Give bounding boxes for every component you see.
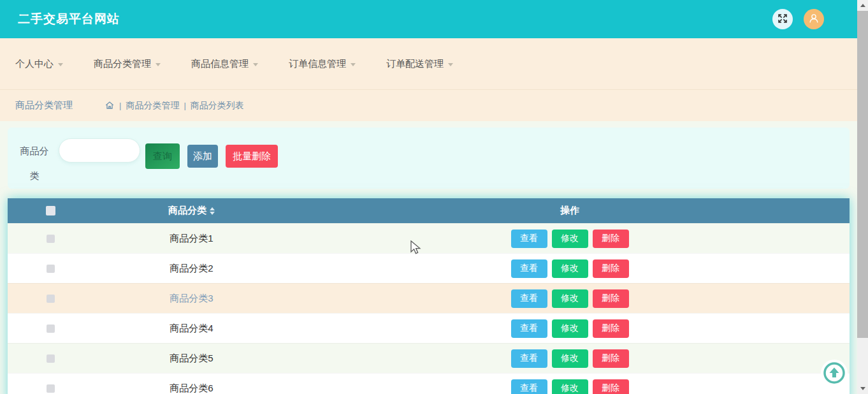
row-checkbox[interactable] xyxy=(47,354,55,363)
breadcrumb-item[interactable]: 商品分类管理 xyxy=(126,100,179,112)
page-title: 商品分类管理 xyxy=(15,99,73,112)
category-search-input[interactable] xyxy=(59,138,140,163)
column-header-label: 操作 xyxy=(560,205,579,217)
edit-button[interactable]: 修改 xyxy=(552,259,588,278)
row-checkbox[interactable] xyxy=(47,235,55,243)
nav-item-category-management[interactable]: 商品分类管理 xyxy=(94,58,161,70)
view-button[interactable]: 查看 xyxy=(511,259,547,278)
app-header: 二手交易平台网站 xyxy=(0,0,857,38)
delete-button[interactable]: 删除 xyxy=(593,349,629,368)
table-row: 商品分类4 查看 修改 删除 xyxy=(8,313,850,343)
edit-button[interactable]: 修改 xyxy=(552,379,588,394)
edit-button[interactable]: 修改 xyxy=(552,319,588,338)
data-table: 商品分类 操作 商品分类1 查看 修改 删除 商品分类2 查看 修改 删除 xyxy=(8,198,850,394)
home-icon[interactable] xyxy=(105,101,115,110)
back-to-top-button[interactable] xyxy=(820,359,848,387)
row-checkbox[interactable] xyxy=(47,325,55,333)
breadcrumb: | 商品分类管理 | 商品分类列表 xyxy=(105,100,244,112)
row-actions: 查看 修改 删除 xyxy=(511,289,629,308)
delete-button[interactable]: 删除 xyxy=(593,319,629,338)
row-checkbox[interactable] xyxy=(47,265,55,273)
delete-button[interactable]: 删除 xyxy=(593,289,629,308)
row-checkbox[interactable] xyxy=(47,295,55,303)
column-header-actions: 操作 xyxy=(290,205,850,217)
category-cell: 商品分类3 xyxy=(170,293,213,305)
crumb-separator: | xyxy=(184,101,185,110)
table-body: 商品分类1 查看 修改 删除 商品分类2 查看 修改 删除 商品分类3 查看 修… xyxy=(8,223,850,394)
select-all-checkbox[interactable] xyxy=(46,206,55,215)
avatar-button[interactable] xyxy=(804,9,824,29)
view-button[interactable]: 查看 xyxy=(511,379,547,394)
category-cell: 商品分类6 xyxy=(170,383,213,394)
row-actions: 查看 修改 删除 xyxy=(511,259,629,278)
add-button[interactable]: 添加 xyxy=(187,145,218,168)
nav-item-label: 商品分类管理 xyxy=(94,58,151,70)
column-header-label: 商品分类 xyxy=(168,205,206,217)
category-cell: 商品分类5 xyxy=(170,353,213,365)
row-actions: 查看 修改 删除 xyxy=(511,230,629,248)
view-button[interactable]: 查看 xyxy=(511,319,547,338)
nav-item-label: 个人中心 xyxy=(15,58,54,70)
query-button[interactable]: 查询 xyxy=(145,143,180,169)
sort-icon xyxy=(210,207,215,215)
column-header-category[interactable]: 商品分类 xyxy=(93,205,290,217)
table-row: 商品分类2 查看 修改 删除 xyxy=(8,253,850,283)
app-title: 二手交易平台网站 xyxy=(18,11,120,27)
scroll-thumb[interactable] xyxy=(857,11,868,338)
table-row: 商品分类1 查看 修改 删除 xyxy=(8,223,850,253)
edit-button[interactable]: 修改 xyxy=(552,289,588,308)
scrollbar xyxy=(857,0,868,394)
search-panel: 商品分类 查询 添加 批量删除 xyxy=(8,128,850,189)
view-button[interactable]: 查看 xyxy=(511,289,547,308)
category-label: 商品分类 xyxy=(19,138,50,188)
row-actions: 查看 修改 删除 xyxy=(511,319,629,338)
nav-item-label: 商品信息管理 xyxy=(191,58,249,70)
category-cell: 商品分类1 xyxy=(170,233,213,245)
row-actions: 查看 修改 删除 xyxy=(511,349,629,368)
edit-button[interactable]: 修改 xyxy=(552,349,588,368)
scroll-down-arrow[interactable] xyxy=(857,383,868,394)
scroll-up-arrow[interactable] xyxy=(857,0,868,11)
chevron-down-icon xyxy=(58,63,63,66)
main-nav: 个人中心 商品分类管理 商品信息管理 订单信息管理 订单配送管理 xyxy=(0,38,857,89)
chevron-down-icon xyxy=(448,63,453,66)
batch-delete-button[interactable]: 批量删除 xyxy=(226,145,278,168)
row-checkbox[interactable] xyxy=(47,384,55,393)
page: 二手交易平台网站 个人中心 xyxy=(0,0,857,394)
delete-button[interactable]: 删除 xyxy=(593,379,629,394)
table-row: 商品分类3 查看 修改 删除 xyxy=(8,283,850,313)
delete-button[interactable]: 删除 xyxy=(593,259,629,278)
table-header: 商品分类 操作 xyxy=(8,198,850,223)
view-button[interactable]: 查看 xyxy=(511,230,547,248)
delete-button[interactable]: 删除 xyxy=(593,230,629,248)
nav-item-label: 订单配送管理 xyxy=(386,58,444,70)
table-row: 商品分类6 查看 修改 删除 xyxy=(8,373,850,394)
chevron-down-icon xyxy=(253,63,258,66)
fullscreen-button[interactable] xyxy=(772,9,793,29)
category-cell: 商品分类2 xyxy=(170,263,213,275)
edit-button[interactable]: 修改 xyxy=(552,230,588,248)
nav-item-product-info-management[interactable]: 商品信息管理 xyxy=(191,58,258,70)
nav-item-label: 订单信息管理 xyxy=(289,58,346,70)
chevron-down-icon xyxy=(351,63,356,66)
chevron-down-icon xyxy=(156,63,161,66)
breadcrumb-bar: 商品分类管理 | 商品分类管理 | 商品分类列表 xyxy=(0,89,857,121)
breadcrumb-item[interactable]: 商品分类列表 xyxy=(191,100,244,112)
expand-arrows-icon xyxy=(777,13,788,26)
nav-item-order-info-management[interactable]: 订单信息管理 xyxy=(289,58,356,70)
arrow-up-circle-icon xyxy=(820,379,848,389)
nav-item-order-delivery-management[interactable]: 订单配送管理 xyxy=(386,58,453,70)
nav-item-personal-center[interactable]: 个人中心 xyxy=(15,58,63,70)
header-actions xyxy=(772,9,824,29)
table-row: 商品分类5 查看 修改 删除 xyxy=(8,343,850,373)
view-button[interactable]: 查看 xyxy=(511,349,547,368)
user-icon xyxy=(808,13,820,26)
crumb-separator: | xyxy=(119,101,121,110)
category-cell: 商品分类4 xyxy=(170,323,213,335)
row-actions: 查看 修改 删除 xyxy=(511,379,629,394)
